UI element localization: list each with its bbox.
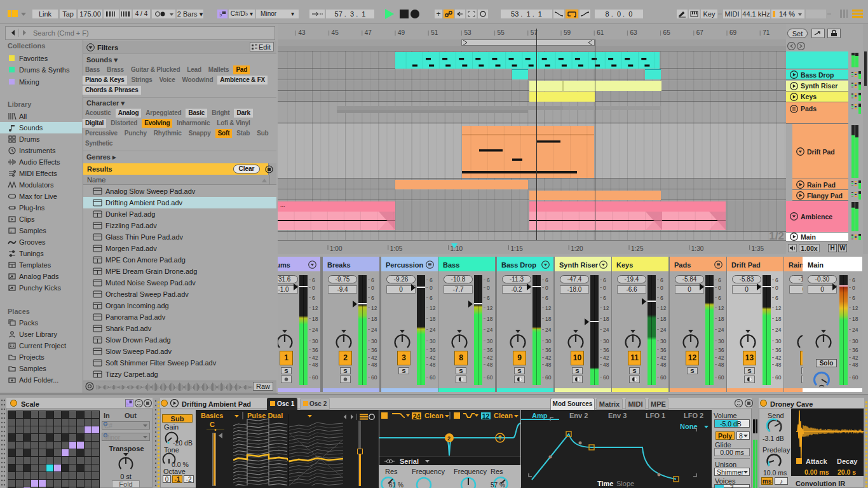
svg-text:48: 48 [487,362,493,368]
svg-text:12: 12 [487,305,493,311]
svg-text:60: 60 [371,374,377,381]
svg-text:48: 48 [545,362,552,368]
svg-text:43: 43 [298,29,306,36]
svg-text:42: 42 [312,355,318,361]
svg-text:59: 59 [564,29,571,36]
svg-text:1:15: 1:15 [510,245,523,252]
svg-text:6: 6 [371,295,374,301]
svg-text:C#: C# [104,423,112,429]
svg-text:30: 30 [430,338,436,344]
svg-text:1:35: 1:35 [752,245,764,252]
svg-text:12: 12 [852,305,858,311]
svg-text:0: 0 [718,285,721,291]
svg-text:36: 36 [371,347,377,353]
svg-text:36: 36 [852,347,858,353]
svg-text:49: 49 [398,29,405,36]
svg-text:42: 42 [603,355,609,361]
svg-text:53: 53 [464,29,471,36]
svg-text:0: 0 [660,285,663,291]
svg-text:60: 60 [487,374,493,381]
svg-text:♭: ♭ [126,402,128,406]
svg-text:67: 67 [696,29,704,36]
svg-text:42: 42 [660,355,667,361]
svg-text:6: 6 [430,295,433,301]
svg-text:6: 6 [371,277,374,283]
svg-text:36: 36 [430,347,436,353]
svg-text:12: 12 [312,305,318,311]
svg-text:36: 36 [603,347,609,353]
svg-text:1:00: 1:00 [330,245,342,252]
svg-text:24: 24 [371,327,377,333]
svg-text:12: 12 [718,305,724,311]
svg-text:0: 0 [852,285,855,291]
svg-text:1:05: 1:05 [390,245,403,252]
svg-text:18: 18 [545,316,552,322]
svg-text:0: 0 [603,285,606,291]
svg-text:48: 48 [775,362,782,368]
svg-text:♬: ♬ [10,229,13,233]
svg-text:0: 0 [775,285,778,291]
svg-text:42: 42 [430,355,436,361]
svg-text:47: 47 [365,29,372,36]
svg-text:42: 42 [852,355,858,361]
svg-text:12: 12 [430,305,436,311]
svg-text:24: 24 [430,327,436,333]
svg-text:6: 6 [603,295,606,301]
svg-text:6: 6 [775,277,778,283]
svg-text:42: 42 [718,355,724,361]
svg-text:0: 0 [312,285,315,291]
svg-text:6: 6 [718,295,721,301]
svg-text:60: 60 [852,374,858,381]
svg-text:6: 6 [852,295,855,301]
svg-text:1:20: 1:20 [571,245,583,252]
svg-text:42: 42 [775,355,782,361]
svg-text:36: 36 [660,347,667,353]
svg-text:24: 24 [775,327,782,333]
svg-text:18: 18 [660,316,667,322]
svg-text:60: 60 [430,374,436,381]
svg-text:45: 45 [332,29,339,36]
svg-text:60: 60 [660,374,667,381]
svg-text:36: 36 [545,347,552,353]
svg-text:12: 12 [371,305,377,311]
svg-text:0: 0 [487,285,490,291]
svg-text:30: 30 [545,338,552,344]
svg-text:36: 36 [312,347,318,353]
svg-text:24: 24 [603,327,609,333]
svg-text:2: 2 [447,435,451,442]
svg-text:6: 6 [852,277,855,283]
svg-text:24: 24 [312,327,318,333]
svg-text:6: 6 [775,295,778,301]
svg-text:69: 69 [729,29,737,36]
svg-text:Minor: Minor [104,434,121,440]
svg-text:30: 30 [487,338,493,344]
svg-text:18: 18 [487,316,493,322]
svg-text:18: 18 [430,316,436,322]
svg-text:48: 48 [371,362,377,368]
svg-text:30: 30 [852,338,858,344]
svg-text:30: 30 [660,338,667,344]
svg-text:51: 51 [431,29,438,36]
svg-text:30: 30 [312,338,318,344]
svg-text:18: 18 [603,316,609,322]
svg-text:24: 24 [660,327,667,333]
svg-text:30: 30 [371,338,377,344]
svg-text:6: 6 [312,277,315,283]
svg-text:61: 61 [597,29,604,36]
svg-text:12: 12 [603,305,609,311]
svg-text:24: 24 [545,327,552,333]
svg-text:6: 6 [312,295,315,301]
svg-text:6: 6 [487,295,490,301]
svg-text:6: 6 [603,277,606,283]
svg-text:6: 6 [487,277,490,283]
svg-text:24: 24 [487,327,493,333]
svg-text:0: 0 [545,285,548,291]
svg-text:6: 6 [430,277,433,283]
svg-text:6: 6 [545,277,548,283]
svg-text:6: 6 [718,277,721,283]
svg-text:36: 36 [775,347,782,353]
svg-text:1:30: 1:30 [691,245,704,252]
svg-text:60: 60 [775,374,782,381]
svg-text:0: 0 [371,285,374,291]
svg-text:6: 6 [660,277,663,283]
